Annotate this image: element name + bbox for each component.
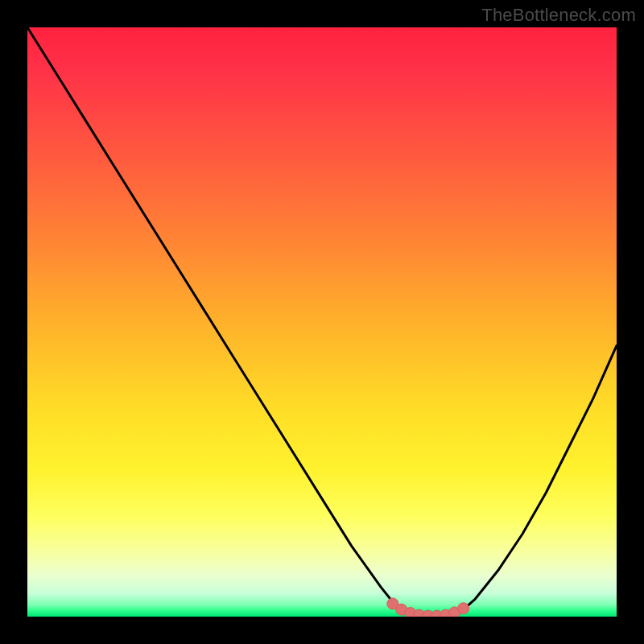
chart-frame: TheBottleneck.com (0, 0, 644, 644)
curve-svg (27, 27, 617, 617)
plot-area (27, 27, 617, 617)
bottleneck-curve-path (27, 27, 617, 616)
watermark-text: TheBottleneck.com (481, 5, 636, 26)
minimum-marker (458, 603, 469, 614)
minimum-marker-group (387, 598, 469, 617)
